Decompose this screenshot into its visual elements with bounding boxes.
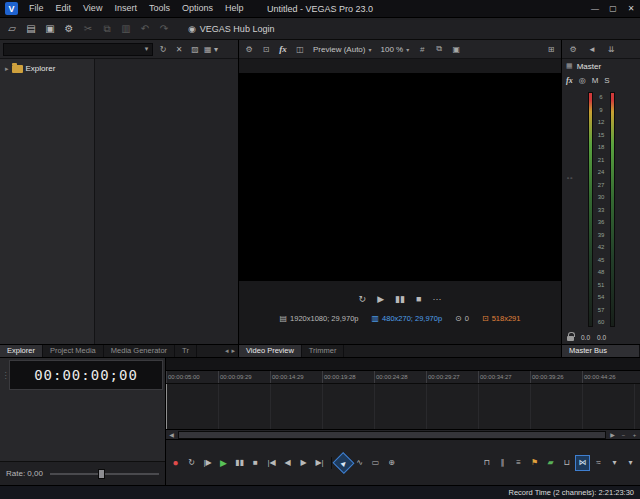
insert-marker-icon[interactable]: ⚑ [527, 455, 542, 471]
lock-icon[interactable] [567, 336, 574, 341]
stop-icon[interactable]: ■ [416, 294, 421, 304]
solo-button[interactable]: S [604, 76, 609, 85]
Tools[interactable]: Tools [143, 0, 176, 17]
tab-scroll-left-icon[interactable]: ◂ [225, 347, 229, 355]
video-output-fx-button[interactable]: fx [276, 42, 290, 56]
paste-icon[interactable]: ▥ [117, 20, 135, 38]
save-project-icon[interactable]: ▣ [41, 20, 59, 38]
address-dropdown[interactable]: ▾ [3, 43, 153, 56]
loop-playback-icon[interactable]: ↻ [359, 294, 367, 304]
track-list-empty[interactable] [0, 392, 165, 461]
expand-caret-icon[interactable]: ▸ [5, 65, 9, 73]
redo-icon[interactable]: ↷ [155, 20, 173, 38]
more-options-icon[interactable]: ··· [432, 294, 441, 304]
selection-edit-tool-icon[interactable]: ▭ [368, 455, 383, 471]
play-icon[interactable]: ▶ [216, 455, 231, 471]
rate-slider-thumb[interactable] [98, 469, 105, 479]
more-tools-icon[interactable]: ▾ [623, 455, 638, 471]
Project Media[interactable]: Project Media [43, 345, 104, 357]
stop-icon[interactable]: ■ [248, 455, 263, 471]
Options[interactable]: Options [176, 0, 219, 17]
record-time-status: Record Time (2 channels): 2:21:23:30 [509, 488, 635, 497]
scrollbar-thumb[interactable] [178, 431, 606, 439]
time-ruler[interactable]: 00:00:05:0000:00:09:2900:00:14:2900:00:1… [166, 371, 640, 384]
preview-properties-icon[interactable]: ⚙ [242, 42, 256, 56]
refresh-icon[interactable]: ↻ [156, 42, 170, 56]
speaker-icon[interactable]: ◄ [585, 42, 599, 56]
Insert[interactable]: Insert [108, 0, 143, 17]
minimize-button[interactable]: — [586, 0, 604, 17]
project-properties-icon[interactable]: ⚙ [60, 20, 78, 38]
edit-cursor[interactable] [166, 384, 167, 429]
grid-overlay-icon[interactable]: # [415, 42, 429, 56]
play-from-start-icon[interactable]: |▶ [200, 455, 215, 471]
copy-icon[interactable]: ⧉ [98, 20, 116, 38]
View[interactable]: View [77, 0, 108, 17]
cut-icon[interactable]: ✂ [79, 20, 97, 38]
loop-playback-icon[interactable]: ↻ [184, 455, 199, 471]
tab-scroll-right-icon[interactable]: ▸ [231, 347, 235, 355]
chevron-down-icon[interactable]: ▾ [141, 45, 152, 53]
vegas-hub-login-button[interactable]: ◉ VEGAS Hub Login [180, 20, 282, 38]
undo-icon[interactable]: ↶ [136, 20, 154, 38]
new-folder-icon[interactable]: ▨ [188, 42, 202, 56]
save-snapshot-icon[interactable]: ▣ [449, 42, 463, 56]
Trimmer[interactable]: Trimmer [302, 345, 345, 357]
previous-frame-icon[interactable]: ◀ [280, 455, 295, 471]
marker-bar[interactable] [166, 358, 640, 371]
explorer-file-list[interactable] [95, 59, 238, 344]
preview-quality-dropdown[interactable]: Preview (Auto) ▾ [310, 45, 374, 54]
close-button[interactable]: ✕ [622, 0, 640, 17]
insert-region-icon[interactable]: ▰ [543, 455, 558, 471]
external-monitor-icon[interactable]: ⊡ [259, 42, 273, 56]
track-view[interactable] [166, 384, 640, 430]
open-project-icon[interactable]: ▤ [22, 20, 40, 38]
copy-snapshot-icon[interactable]: ⧉ [432, 42, 446, 56]
scroll-left-icon[interactable]: ◀ [166, 431, 177, 438]
event-tools-icon[interactable]: ▾ [607, 455, 622, 471]
timecode-display[interactable]: 00:00:00;00 [9, 360, 163, 390]
downmix-icon[interactable]: ⇊ [604, 42, 618, 56]
delete-icon[interactable]: ✕ [172, 42, 186, 56]
zoom-in-time-icon[interactable]: + [629, 432, 640, 438]
play-icon[interactable]: ▶ [377, 294, 384, 304]
drag-grip-icon[interactable]: ⋮ [2, 360, 9, 390]
horizontal-scrollbar[interactable]: ◀ ▶ − + [166, 430, 640, 440]
dock-icon[interactable]: ⊞ [544, 42, 558, 56]
views-icon[interactable]: ▦ ▾ [204, 42, 218, 56]
lock-envelopes-icon[interactable]: ≈ [591, 455, 606, 471]
rate-slider[interactable] [50, 473, 159, 475]
Media Generator[interactable]: Media Generator [104, 345, 175, 357]
automation-settings-icon[interactable]: ◎ [579, 76, 586, 85]
scroll-right-icon[interactable]: ▶ [607, 431, 618, 438]
split-screen-view-icon[interactable]: ◫ [293, 42, 307, 56]
ignore-event-grouping-icon[interactable]: ⊔ [559, 455, 574, 471]
Video Preview[interactable]: Video Preview [239, 345, 302, 357]
quantize-to-frames-icon[interactable]: ∥ [495, 455, 510, 471]
record-icon[interactable]: ● [168, 455, 183, 471]
auto-ripple-icon[interactable]: ≡ [511, 455, 526, 471]
Edit[interactable]: Edit [50, 0, 78, 17]
next-frame-icon[interactable]: ▶ [296, 455, 311, 471]
Tr[interactable]: Tr [175, 345, 197, 357]
pause-icon[interactable]: ▮▮ [232, 455, 247, 471]
snapping-icon[interactable]: ⊓ [479, 455, 494, 471]
zoom-out-time-icon[interactable]: − [618, 432, 629, 438]
preview-zoom-dropdown[interactable]: 100 % ▾ [377, 45, 412, 54]
bus-fx-button[interactable]: fx [566, 76, 573, 85]
auto-crossfades-icon[interactable]: ⋈ [575, 455, 590, 471]
File[interactable]: File [23, 0, 50, 17]
Master Bus[interactable]: Master Bus [562, 345, 640, 357]
pause-icon[interactable]: ▮▮ [395, 294, 405, 304]
mute-button[interactable]: M [592, 76, 599, 85]
Explorer[interactable]: Explorer [0, 345, 43, 357]
go-to-end-icon[interactable]: ▶| [312, 455, 327, 471]
master-properties-icon[interactable]: ⚙ [566, 42, 580, 56]
tree-item-explorer[interactable]: ▸ Explorer [0, 63, 94, 74]
Help[interactable]: Help [219, 0, 250, 17]
go-to-start-icon[interactable]: |◀ [264, 455, 279, 471]
meter-options-icon[interactable]: ▫▫ [567, 175, 573, 181]
maximize-button[interactable]: ▢ [604, 0, 622, 17]
new-project-icon[interactable]: ▱ [3, 20, 21, 38]
zoom-edit-tool-icon[interactable]: ⊕ [384, 455, 399, 471]
